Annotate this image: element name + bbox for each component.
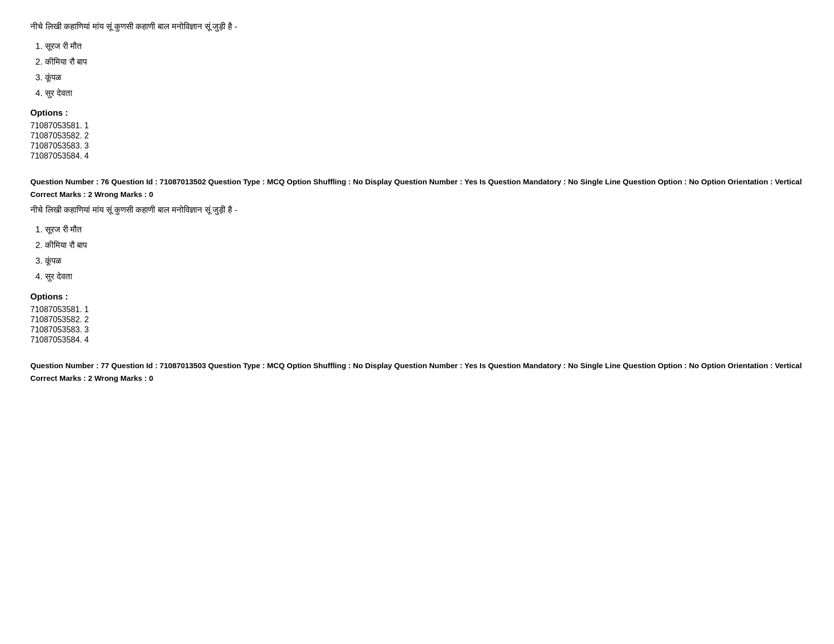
list-item: 71087053581. 1 xyxy=(30,305,804,314)
list-item: 71087053583. 3 xyxy=(30,141,804,151)
list-item: 1. सूरज री मौत xyxy=(35,39,804,53)
list-item: 71087053582. 2 xyxy=(30,315,804,324)
list-item: 71087053584. 4 xyxy=(30,335,804,344)
q75-choices-list: 1. सूरज री मौत 2. कीमिया रौ बाप 3. कूंपळ… xyxy=(30,39,804,101)
q75-options: 71087053581. 1 71087053582. 2 7108705358… xyxy=(30,121,804,161)
list-item: 2. कीमिया रौ बाप xyxy=(35,55,804,69)
q77-marks: Correct Marks : 2 Wrong Marks : 0 xyxy=(30,374,804,382)
q76-options-label: Options : xyxy=(30,292,804,302)
q75-tail-section: नीचे लिखी कहाणियां मांय सूं कुणसी कहाणी … xyxy=(30,20,804,161)
q77-meta: Question Number : 77 Question Id : 71087… xyxy=(30,360,804,372)
q76-meta: Question Number : 76 Question Id : 71087… xyxy=(30,176,804,188)
list-item: 4. सुर देवता xyxy=(35,86,804,100)
list-item: 71087053582. 2 xyxy=(30,131,804,140)
q75-options-label: Options : xyxy=(30,108,804,118)
list-item: 71087053583. 3 xyxy=(30,325,804,334)
q75-question-text: नीचे लिखी कहाणियां मांय सूं कुणसी कहाणी … xyxy=(30,20,804,33)
list-item: 71087053584. 4 xyxy=(30,152,804,161)
list-item: 71087053581. 1 xyxy=(30,121,804,130)
list-item: 3. कूंपळ xyxy=(35,254,804,268)
list-item: 3. कूंपळ xyxy=(35,71,804,84)
q76-options: 71087053581. 1 71087053582. 2 7108705358… xyxy=(30,305,804,344)
list-item: 4. सुर देवता xyxy=(35,270,804,283)
q76-choices-list: 1. सूरज री मौत 2. कीमिया रौ बाप 3. कूंपळ… xyxy=(30,223,804,284)
q76-question-text: नीचे लिखी कहाणियां मांय सूं कुणसी कहाणी … xyxy=(30,204,804,217)
list-item: 2. कीमिया रौ बाप xyxy=(35,238,804,252)
q76-marks: Correct Marks : 2 Wrong Marks : 0 xyxy=(30,190,804,199)
q76-section: Question Number : 76 Question Id : 71087… xyxy=(30,176,804,344)
q77-section: Question Number : 77 Question Id : 71087… xyxy=(30,360,804,382)
list-item: 1. सूरज री मौत xyxy=(35,223,804,236)
